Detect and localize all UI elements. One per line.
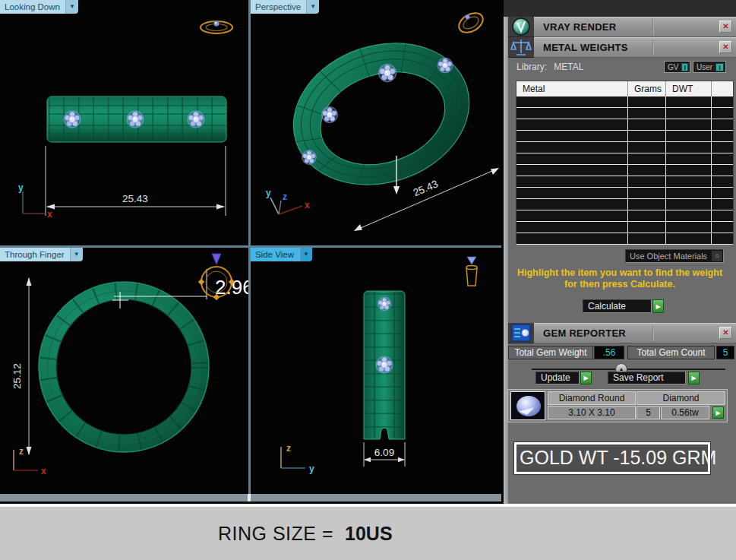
save-report-button[interactable]: ▶: [688, 372, 700, 384]
table-cell[interactable]: [666, 165, 712, 176]
table-cell[interactable]: [628, 165, 666, 176]
viewport-title-dropdown[interactable]: Perspective ▼: [251, 0, 319, 14]
total-gem-count-value[interactable]: 5: [716, 346, 734, 359]
table-row[interactable]: [516, 96, 733, 108]
collapse-slider-track[interactable]: [532, 369, 725, 370]
table-cell[interactable]: [712, 222, 733, 233]
table-cell[interactable]: [516, 131, 628, 141]
gv-toggle-state[interactable]: I: [681, 63, 688, 71]
table-cell[interactable]: [516, 222, 628, 233]
viewport-title-dropdown[interactable]: Side View ▼: [251, 248, 312, 261]
table-row[interactable]: [516, 119, 733, 131]
table-cell[interactable]: [516, 96, 628, 107]
column-header-metal[interactable]: Metal: [516, 81, 628, 96]
section-header-vray[interactable]: VRAY RENDER ✕: [508, 17, 736, 37]
viewport-title[interactable]: Through Finger: [0, 248, 71, 261]
table-cell[interactable]: [628, 188, 666, 198]
table-row[interactable]: [516, 233, 733, 245]
table-cell[interactable]: [712, 108, 733, 119]
table-cell[interactable]: [712, 188, 733, 198]
panel-scrollbar[interactable]: [504, 17, 508, 504]
chevron-down-icon[interactable]: ▼: [300, 248, 312, 261]
table-cell[interactable]: [712, 131, 733, 141]
viewport-through-finger[interactable]: 25.12 2.96: [0, 248, 248, 494]
section-header-metal-weights[interactable]: METAL WEIGHTS ✕: [508, 37, 736, 58]
table-cell[interactable]: [628, 142, 666, 153]
viewport-perspective[interactable]: 25.43 y z x Perspec: [251, 0, 501, 245]
table-cell[interactable]: [712, 176, 733, 187]
use-object-materials-dropdown[interactable]: Use Object Materials ○: [625, 249, 724, 263]
table-cell[interactable]: [628, 108, 666, 119]
close-icon[interactable]: ✕: [719, 21, 732, 33]
table-cell[interactable]: [712, 96, 733, 107]
gem-thumbnail[interactable]: [510, 391, 545, 420]
user-toggle[interactable]: User I: [693, 61, 726, 73]
table-cell[interactable]: [516, 165, 628, 176]
table-cell[interactable]: [516, 108, 628, 119]
table-cell[interactable]: [628, 131, 666, 141]
table-cell[interactable]: [666, 199, 712, 210]
close-icon[interactable]: ✕: [719, 327, 732, 339]
table-cell[interactable]: [712, 153, 733, 164]
viewport-title[interactable]: Perspective: [251, 0, 307, 14]
calculate-field[interactable]: Calculate: [583, 299, 652, 313]
table-cell[interactable]: [712, 142, 733, 153]
user-toggle-state[interactable]: I: [715, 63, 724, 71]
chevron-down-icon[interactable]: ▼: [307, 0, 319, 14]
table-cell[interactable]: [628, 176, 666, 187]
table-cell[interactable]: [516, 210, 628, 221]
viewport-side-view[interactable]: 6.09 z y Side View ▼: [251, 248, 501, 494]
table-cell[interactable]: [628, 222, 666, 233]
viewport-title[interactable]: Looking Down: [0, 0, 66, 14]
calculate-button[interactable]: ▶: [652, 299, 664, 313]
chevron-down-icon[interactable]: ▼: [66, 0, 78, 14]
table-cell[interactable]: [666, 210, 712, 221]
table-row[interactable]: [516, 222, 733, 233]
table-cell[interactable]: [666, 119, 712, 130]
total-gem-weight-value[interactable]: .56: [594, 346, 624, 359]
viewport-title-dropdown[interactable]: Looking Down ▼: [0, 0, 78, 14]
table-cell[interactable]: [666, 96, 712, 107]
circle-icon[interactable]: ○: [712, 251, 722, 261]
table-cell[interactable]: [516, 233, 628, 244]
table-cell[interactable]: [666, 153, 712, 164]
table-row[interactable]: [516, 176, 733, 188]
table-cell[interactable]: [666, 233, 712, 244]
save-report-field[interactable]: Save Report: [608, 372, 686, 384]
update-field[interactable]: Update: [535, 372, 580, 384]
gv-toggle[interactable]: GV I: [664, 61, 690, 73]
table-cell[interactable]: [628, 153, 666, 164]
table-row[interactable]: [516, 199, 733, 210]
section-header-gem-reporter[interactable]: GEM REPORTER ✕: [508, 323, 736, 343]
table-cell[interactable]: [666, 176, 712, 187]
table-cell[interactable]: [516, 119, 628, 130]
table-cell[interactable]: [712, 233, 733, 244]
table-cell[interactable]: [712, 165, 733, 176]
table-cell[interactable]: [666, 131, 712, 141]
viewport-looking-down[interactable]: 25.43 y x Looking Down: [0, 0, 248, 245]
table-row[interactable]: [516, 153, 733, 165]
table-cell[interactable]: [516, 176, 628, 187]
gem-row[interactable]: Diamond Round Diamond 3.10 X 3.10 5 0.56…: [507, 389, 728, 422]
table-cell[interactable]: [666, 222, 712, 233]
column-header-grams[interactable]: Grams: [628, 81, 666, 96]
table-cell[interactable]: [628, 210, 666, 221]
close-icon[interactable]: ✕: [719, 41, 732, 53]
table-cell[interactable]: [666, 108, 712, 119]
gem-row-button[interactable]: ▶: [712, 407, 724, 419]
table-cell[interactable]: [666, 142, 712, 153]
table-cell[interactable]: [628, 119, 666, 130]
update-button[interactable]: ▶: [580, 372, 592, 384]
column-header-dwt[interactable]: DWT: [666, 81, 712, 96]
table-cell[interactable]: [712, 199, 733, 210]
table-cell[interactable]: [516, 199, 628, 210]
viewport-title[interactable]: Side View: [251, 248, 300, 261]
table-row[interactable]: [516, 165, 733, 176]
table-cell[interactable]: [628, 96, 666, 107]
table-cell[interactable]: [628, 199, 666, 210]
viewport-title-dropdown[interactable]: Through Finger ▼: [0, 248, 83, 261]
table-cell[interactable]: [516, 142, 628, 153]
chevron-down-icon[interactable]: ▼: [71, 248, 83, 261]
table-row[interactable]: [516, 131, 733, 142]
table-row[interactable]: [516, 188, 733, 199]
